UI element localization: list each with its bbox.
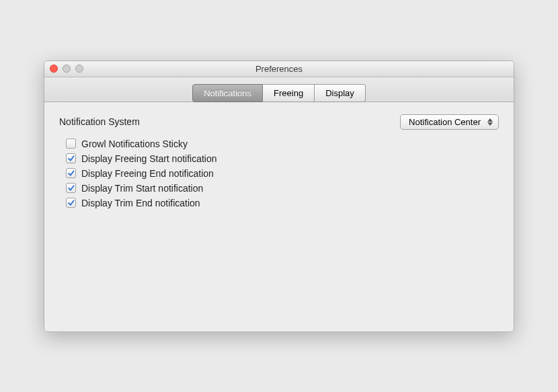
traffic-lights xyxy=(50,65,83,73)
option-label: Display Trim End notification xyxy=(81,198,200,208)
option-freeing-start[interactable]: Display Freeing Start notification xyxy=(66,151,499,166)
option-label: Growl Notifications Sticky xyxy=(81,139,188,149)
zoom-button[interactable] xyxy=(75,65,83,73)
checkbox-trim-start[interactable] xyxy=(66,183,76,193)
options-list: Growl Notifications Sticky Display Freei… xyxy=(66,136,499,210)
content-area: Notification System Notification Center … xyxy=(44,102,514,331)
checkbox-freeing-start[interactable] xyxy=(66,153,76,163)
option-label: Display Freeing Start notification xyxy=(81,153,217,164)
option-trim-end[interactable]: Display Trim End notification xyxy=(66,196,499,210)
window-title: Preferences xyxy=(44,64,514,74)
tab-display[interactable]: Display xyxy=(315,84,366,102)
checkmark-icon xyxy=(67,155,75,163)
option-label: Display Trim Start notification xyxy=(81,183,203,194)
popup-value: Notification Center xyxy=(409,117,481,127)
tab-bar: Notifications Freeing Display xyxy=(192,84,366,102)
checkmark-icon xyxy=(67,184,75,192)
notification-system-popup[interactable]: Notification Center xyxy=(400,114,499,130)
option-label: Display Freeing End notification xyxy=(81,168,214,179)
checkmark-icon xyxy=(67,169,75,178)
section-header-row: Notification System Notification Center xyxy=(59,114,499,130)
minimize-button[interactable] xyxy=(63,65,71,73)
checkbox-trim-end[interactable] xyxy=(66,198,76,208)
popup-arrows-icon xyxy=(487,118,493,126)
checkmark-icon xyxy=(67,199,75,207)
preferences-window: Preferences Notifications Freeing Displa… xyxy=(44,61,514,332)
titlebar: Preferences xyxy=(44,61,514,77)
option-growl-sticky[interactable]: Growl Notifications Sticky xyxy=(66,136,499,151)
checkbox-growl-sticky[interactable] xyxy=(66,139,76,149)
section-heading: Notification System xyxy=(59,116,140,127)
checkbox-freeing-end[interactable] xyxy=(66,168,76,178)
tab-notifications[interactable]: Notifications xyxy=(192,84,263,102)
close-button[interactable] xyxy=(50,65,58,73)
toolbar: Notifications Freeing Display xyxy=(44,77,514,102)
tab-freeing[interactable]: Freeing xyxy=(263,84,315,102)
option-trim-start[interactable]: Display Trim Start notification xyxy=(66,181,499,196)
option-freeing-end[interactable]: Display Freeing End notification xyxy=(66,166,499,181)
